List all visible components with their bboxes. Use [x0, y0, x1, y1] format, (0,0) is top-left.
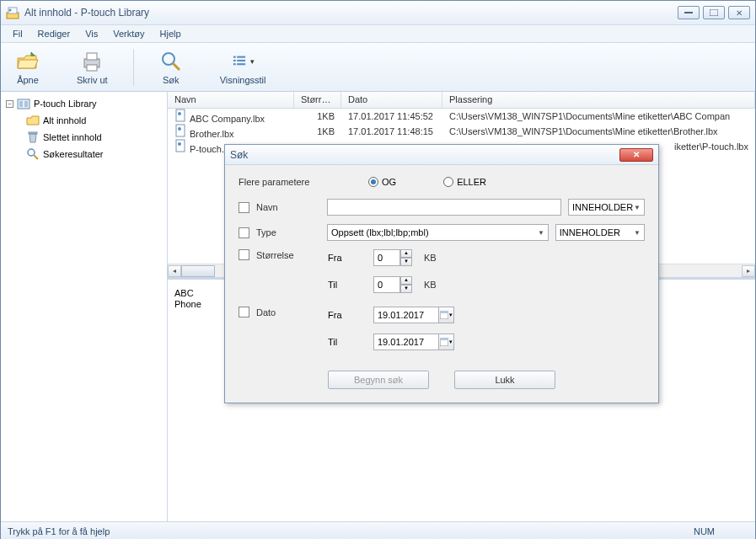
col-size[interactable]: Størrelse	[294, 92, 341, 108]
table-row[interactable]: ABC Company.lbx 1KB 17.01.2017 11:45:52 …	[168, 109, 755, 124]
name-match-value: INNEHOLDER	[572, 202, 633, 212]
col-name[interactable]: Navn	[168, 92, 294, 108]
name-row: Navn INNEHOLDER ▼	[239, 199, 645, 216]
table-row[interactable]: Brother.lbx 1KB 17.01.2017 11:48:15 C:\U…	[168, 124, 755, 139]
toolbar: Åpne Skriv ut Søk ▾ Visningsstil	[1, 43, 755, 92]
list-icon: ▾	[231, 50, 255, 73]
open-button[interactable]: Åpne	[13, 48, 43, 87]
cell-date: 17.01.2017 11:45:52	[341, 110, 442, 122]
minimize-button[interactable]	[678, 6, 700, 19]
svg-line-21	[34, 155, 38, 159]
radio-and-label: OG	[382, 177, 396, 187]
name-input[interactable]	[327, 199, 561, 216]
size-to-input[interactable]	[373, 276, 400, 293]
size-row: Størrelse Fra ▲▼ KB Til	[239, 249, 645, 298]
tree-all-content[interactable]: Alt innhold	[3, 112, 165, 129]
cell-size: 1KB	[294, 110, 341, 122]
size-from-input[interactable]	[373, 249, 400, 266]
window-controls: ✕	[678, 6, 750, 19]
close-button[interactable]: ✕	[728, 6, 750, 19]
folder-open-icon	[16, 50, 40, 73]
svg-rect-6	[87, 53, 97, 60]
menu-tools[interactable]: Verktøy	[106, 27, 151, 40]
type-combo[interactable]: Oppsett (lbx;lbl;lbp;mbl) ▼	[327, 224, 549, 241]
menu-file[interactable]: Fil	[6, 27, 29, 40]
viewstyle-button[interactable]: ▾ Visningsstil	[217, 48, 270, 87]
date-from-input[interactable]: 19.01.2017	[373, 307, 439, 323]
dialog-close-button[interactable]: ✕	[619, 148, 653, 162]
date-label: Dato	[256, 307, 327, 318]
toolbar-divider	[133, 49, 134, 86]
radio-dot-icon	[443, 177, 453, 187]
spin-down-button[interactable]: ▼	[400, 285, 412, 293]
dialog-title: Søk	[230, 149, 619, 161]
spin-up-button[interactable]: ▲	[400, 276, 412, 285]
tree-results-label: Søkeresultater	[43, 149, 104, 159]
size-checkbox[interactable]	[239, 249, 249, 260]
file-icon	[174, 109, 188, 122]
size-from-spinner[interactable]: ▲▼	[373, 249, 412, 266]
chevron-down-icon: ▼	[634, 204, 641, 211]
begin-search-button[interactable]: Begynn søk	[328, 371, 429, 389]
search-label: Søk	[163, 75, 180, 85]
radio-or[interactable]: ELLER	[443, 177, 486, 187]
printer-icon	[80, 50, 104, 73]
svg-rect-13	[237, 59, 245, 61]
type-match-combo[interactable]: INNEHOLDER ▼	[555, 224, 645, 241]
tree-deleted[interactable]: Slettet innhold	[3, 129, 165, 146]
scroll-thumb[interactable]	[181, 265, 215, 277]
spin-down-button[interactable]: ▼	[400, 258, 412, 266]
list-header: Navn Størrelse Dato Plassering	[168, 92, 755, 109]
type-checkbox[interactable]	[239, 227, 249, 238]
size-to-spinner[interactable]: ▲▼	[373, 276, 412, 293]
menu-edit[interactable]: Rediger	[31, 27, 78, 40]
maximize-button[interactable]	[703, 6, 725, 19]
menubar: Fil Rediger Vis Verktøy Hjelp	[1, 24, 755, 43]
print-label: Skriv ut	[77, 75, 108, 85]
date-picker-button[interactable]: ▾	[439, 307, 454, 323]
close-dialog-button[interactable]: Lukk	[454, 371, 555, 389]
svg-rect-19	[29, 132, 37, 134]
date-checkbox[interactable]	[239, 307, 249, 318]
col-location[interactable]: Plassering	[442, 92, 755, 108]
svg-rect-15	[237, 63, 245, 65]
scroll-right-button[interactable]: ▸	[742, 265, 755, 277]
from-label: Fra	[328, 253, 373, 263]
params-label: Flere parametere	[239, 177, 357, 187]
type-label: Type	[256, 227, 327, 237]
radio-or-label: ELLER	[457, 177, 486, 187]
dialog-titlebar: Søk ✕	[225, 145, 658, 165]
date-to-input[interactable]: 19.01.2017	[373, 334, 439, 350]
svg-rect-11	[237, 56, 245, 57]
spin-up-button[interactable]: ▲	[400, 249, 412, 258]
tree-results[interactable]: Søkeresultater	[3, 146, 165, 163]
name-checkbox[interactable]	[239, 202, 249, 213]
svg-point-25	[178, 127, 181, 131]
print-button[interactable]: Skriv ut	[73, 48, 111, 87]
type-row: Type Oppsett (lbx;lbl;lbp;mbl) ▼ INNEHOL…	[239, 224, 645, 241]
chevron-down-icon: ▼	[634, 229, 641, 237]
svg-point-23	[178, 112, 181, 115]
search-button[interactable]: Søk	[156, 48, 186, 87]
tree-root[interactable]: − P-touch Library	[3, 95, 165, 112]
menu-help[interactable]: Hjelp	[153, 27, 188, 40]
collapse-icon[interactable]: −	[6, 100, 13, 108]
menu-view[interactable]: Vis	[78, 27, 105, 40]
col-date[interactable]: Dato	[341, 92, 442, 108]
tree-root-label: P-touch Library	[34, 99, 97, 109]
name-match-combo[interactable]: INNEHOLDER ▼	[568, 199, 645, 216]
date-from-row: Fra 19.01.2017 ▾	[328, 307, 454, 323]
params-row: Flere parametere OG ELLER	[239, 177, 645, 187]
to-label: Til	[328, 280, 373, 290]
dialog-buttons: Begynn søk Lukk	[239, 371, 645, 389]
window-title: Alt innhold - P-touch Library	[24, 7, 149, 19]
date-picker-button[interactable]: ▾	[439, 334, 454, 350]
from-label: Fra	[328, 310, 373, 320]
svg-rect-22	[176, 109, 185, 121]
scroll-left-button[interactable]: ◂	[168, 265, 181, 277]
svg-rect-17	[19, 101, 23, 107]
date-row: Dato Fra 19.01.2017 ▾ Til 19.01.2017	[239, 307, 645, 355]
svg-rect-4	[710, 9, 718, 16]
radio-and[interactable]: OG	[368, 177, 396, 187]
search-result-icon	[26, 147, 40, 161]
